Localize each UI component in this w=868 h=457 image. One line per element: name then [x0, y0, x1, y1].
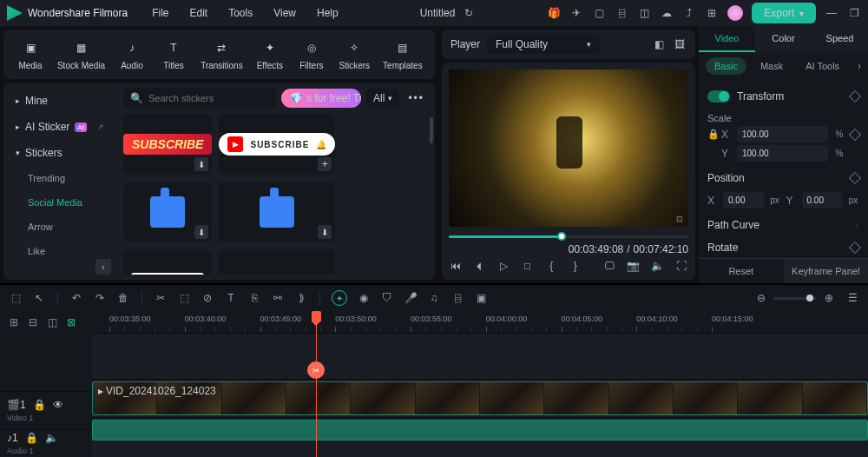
scale-y-input[interactable]: 100.00 [737, 145, 828, 162]
device-icon[interactable]: ⌸ [450, 292, 464, 304]
link-icon[interactable]: ⚯ [271, 292, 285, 304]
mark-in-icon[interactable]: { [544, 259, 558, 273]
tab-stock-media[interactable]: ▦Stock Media [52, 35, 110, 74]
record-tb-icon[interactable]: ▣ [474, 292, 488, 304]
history-icon[interactable]: ↻ [462, 6, 476, 20]
crop-icon[interactable]: ⬚ [177, 292, 191, 304]
mode-4-icon[interactable]: ⊠ [64, 316, 78, 328]
promo-pill[interactable]: 💎s for free! Try Film [281, 89, 361, 108]
chevron-right-icon[interactable]: › [858, 60, 861, 72]
speed-icon[interactable]: ⊘ [201, 292, 214, 304]
lock-icon[interactable]: 🔒 [707, 129, 718, 140]
volume-icon[interactable]: 🔈 [651, 259, 665, 273]
stop-icon[interactable]: □ [521, 259, 535, 273]
lock-icon[interactable]: 🔒 [33, 399, 46, 411]
tab-templates[interactable]: ▤Templates [378, 35, 428, 74]
mark-out-icon[interactable]: } [569, 259, 582, 273]
mode-3-icon[interactable]: ◫ [45, 316, 59, 328]
tab-audio[interactable]: ♪Audio [112, 35, 152, 74]
audio-clip[interactable] [92, 420, 868, 440]
audio-track-header[interactable]: ♪1🔒🔈 Audio 1 [0, 429, 92, 457]
audio-lane[interactable] [92, 417, 868, 441]
fullscreen-icon[interactable]: ⛶ [674, 259, 688, 273]
export-button[interactable]: Export▾ [752, 3, 816, 23]
cloud-icon[interactable]: ☁ [660, 6, 674, 20]
undo-icon[interactable]: ↶ [69, 292, 83, 304]
effects-tb-icon[interactable]: ◉ [357, 292, 371, 304]
download-icon[interactable]: ⬇ [194, 157, 208, 171]
filter-all-dropdown[interactable]: All▾ [366, 89, 399, 108]
zoom-slider[interactable] [773, 297, 817, 300]
quality-dropdown[interactable]: Full Quality▾ [487, 35, 600, 54]
pos-y-input[interactable]: 0.00 [802, 192, 843, 209]
minimize-icon[interactable]: — [825, 6, 838, 20]
snapshot-icon[interactable]: 📷 [627, 259, 641, 273]
zoom-control[interactable]: ⊖ ⊕ [754, 292, 836, 304]
collapse-sidebar-button[interactable]: ‹ [95, 259, 111, 275]
compare-icon[interactable]: ◧ [652, 37, 666, 51]
sidebar-item-stickers[interactable]: ▾Stickers [3, 140, 116, 166]
scrollbar[interactable] [430, 117, 433, 143]
search-input-wrap[interactable]: 🔍 [123, 88, 276, 109]
copy-icon[interactable]: ⎘ [247, 292, 261, 304]
menu-file[interactable]: File [141, 7, 179, 19]
tab-stickers[interactable]: ✧Stickers [333, 35, 376, 74]
sticker-card[interactable]: ⬇ [123, 182, 212, 242]
lock-icon[interactable]: 🔒 [25, 432, 38, 444]
step-back-icon[interactable]: ⏴ [473, 259, 487, 273]
maximize-icon[interactable]: ❐ [847, 6, 861, 20]
magnet-icon[interactable]: ⬚ [9, 292, 23, 304]
sticker-card[interactable]: ⬇ [219, 182, 335, 242]
sticker-card[interactable]: SUBSCRIBE⬇ [123, 249, 212, 275]
cursor-icon[interactable]: ↖ [32, 292, 46, 304]
download-icon[interactable]: ⬇ [318, 225, 332, 239]
list-icon[interactable]: ☰ [845, 292, 859, 304]
tab-color[interactable]: Color [755, 26, 812, 52]
tab-filters[interactable]: ◎Filters [292, 35, 332, 74]
add-icon[interactable]: + [318, 157, 332, 171]
keyframe-icon[interactable] [849, 90, 861, 103]
zoom-out-icon[interactable]: ⊖ [754, 292, 768, 304]
video-lane[interactable]: ▸VID_20241026_124023 [92, 379, 868, 417]
display-icon[interactable]: 🖵 [603, 259, 617, 273]
tab-titles[interactable]: TTitles [154, 35, 194, 74]
preview-screen[interactable]: ⊡ [449, 70, 688, 227]
mic-icon[interactable]: 🎤 [404, 292, 418, 304]
cut-marker[interactable]: ✂ [307, 361, 325, 379]
scrubber-track[interactable] [449, 235, 688, 238]
playhead[interactable] [316, 311, 317, 457]
sidebar-sub-arrow[interactable]: Arrow [3, 215, 116, 239]
send-icon[interactable]: ✈ [569, 6, 583, 20]
keyframe-panel-button[interactable]: Keyframe Panel [784, 259, 869, 283]
ai-circle-icon[interactable]: ✦ [332, 290, 347, 306]
sidebar-sub-social-media[interactable]: Social Media [3, 190, 116, 215]
zoom-in-icon[interactable]: ⊕ [822, 292, 836, 304]
text-icon[interactable]: T [224, 292, 238, 304]
delete-icon[interactable]: 🗑 [116, 292, 130, 304]
sticker-card[interactable]: ▶SUBSCRIBE🔔+ [219, 114, 335, 175]
audio-tb-icon[interactable]: ♫ [427, 292, 441, 304]
menu-tools[interactable]: Tools [218, 7, 263, 19]
more-icon[interactable]: ••• [404, 92, 428, 104]
timeline-tracks[interactable]: 00:03:35:0000:03:40:0000:03:45:0000:03:5… [92, 311, 868, 457]
menu-help[interactable]: Help [306, 7, 349, 19]
sidebar-item-mine[interactable]: ▸Mine [3, 88, 116, 114]
tab-transitions[interactable]: ⇄Transitions [195, 35, 248, 74]
gift-icon[interactable]: 🎁 [547, 6, 561, 20]
sidebar-sub-trending[interactable]: Trending [3, 166, 116, 190]
subtab-ai-tools[interactable]: AI Tools [797, 57, 848, 75]
speaker-icon[interactable]: 🔈 [45, 432, 58, 444]
sidebar-item-ai-sticker[interactable]: ▸AI StickerAI↗ [3, 114, 116, 140]
tab-effects[interactable]: ✦Effects [250, 35, 290, 74]
mute-icon[interactable]: 👁 [53, 399, 63, 411]
record-icon[interactable]: ⌸ [615, 6, 628, 20]
transform-toggle[interactable] [707, 90, 730, 103]
video-clip[interactable]: ▸VID_20241026_124023 [92, 381, 868, 415]
redo-icon[interactable]: ↷ [93, 292, 107, 304]
mode-2-icon[interactable]: ⊟ [26, 316, 40, 328]
keyframe-icon[interactable] [849, 242, 861, 254]
video-track-header[interactable]: 🎬1🔒👁 Video 1 [0, 391, 92, 429]
pathcurve-icon[interactable]: ◦ [856, 219, 859, 231]
time-ruler[interactable]: 00:03:35:0000:03:40:0000:03:45:0000:03:5… [92, 311, 868, 334]
reset-button[interactable]: Reset [699, 259, 784, 283]
